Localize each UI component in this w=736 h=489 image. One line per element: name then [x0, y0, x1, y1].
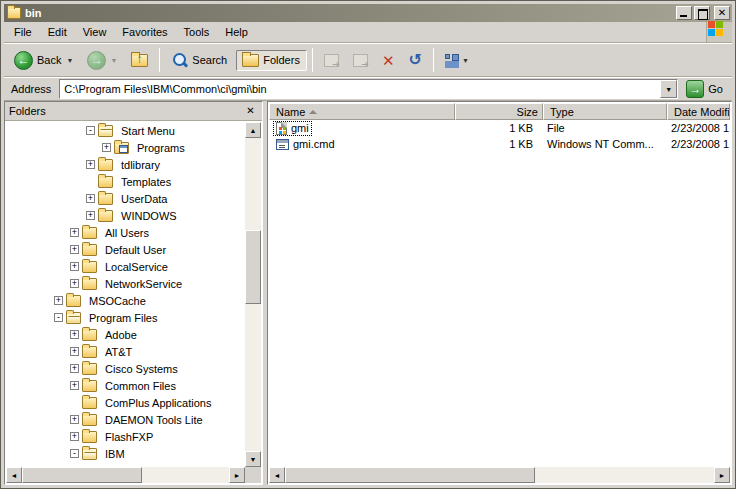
- expand-icon[interactable]: +: [86, 211, 95, 220]
- scroll-right-icon[interactable]: ►: [229, 467, 245, 483]
- forward-dropdown-icon: ▼: [110, 57, 117, 64]
- expand-icon[interactable]: +: [70, 415, 79, 424]
- tree-item-label: Start Menu: [118, 124, 178, 138]
- delete-button[interactable]: ✕: [376, 49, 401, 72]
- expand-icon[interactable]: +: [70, 245, 79, 254]
- scroll-down-icon[interactable]: ▼: [245, 451, 261, 467]
- search-button[interactable]: Search: [165, 48, 234, 73]
- column-header-name[interactable]: Name: [269, 103, 455, 120]
- go-button[interactable]: → Go: [678, 80, 729, 98]
- forward-button[interactable]: → ▼: [81, 47, 123, 74]
- menu-view[interactable]: View: [75, 24, 115, 40]
- scroll-up-icon[interactable]: ▲: [245, 122, 261, 138]
- maximize-button[interactable]: [694, 6, 710, 20]
- expand-icon[interactable]: +: [70, 228, 79, 237]
- copy-to-button[interactable]: [347, 50, 374, 71]
- tree-item[interactable]: Templates: [6, 173, 245, 190]
- tree-item[interactable]: +AT&T: [6, 343, 245, 360]
- tree-item[interactable]: -Program Files: [6, 309, 245, 326]
- file-list-horizontal-scrollbar[interactable]: ◄ ►: [269, 467, 730, 483]
- menu-help[interactable]: Help: [217, 24, 256, 40]
- expand-icon[interactable]: +: [86, 194, 95, 203]
- tree-item[interactable]: +NetworkService: [6, 275, 245, 292]
- address-dropdown-icon[interactable]: ▼: [660, 80, 677, 98]
- expand-icon[interactable]: +: [70, 364, 79, 373]
- tree-item[interactable]: +LocalService: [6, 258, 245, 275]
- folder-open-icon: [82, 448, 97, 460]
- main-area: Folders ✕ -Start Menu+Programs+tdlibrary…: [4, 101, 732, 485]
- views-button[interactable]: ▼: [439, 50, 475, 71]
- scrollbar-thumb[interactable]: [285, 467, 535, 483]
- folders-label: Folders: [263, 54, 301, 66]
- menu-favorites[interactable]: Favorites: [114, 24, 175, 40]
- tree-item-label: Programs: [134, 141, 188, 155]
- expand-icon[interactable]: +: [70, 381, 79, 390]
- expand-icon[interactable]: +: [54, 296, 63, 305]
- close-button[interactable]: ✕: [714, 6, 730, 20]
- scroll-left-icon[interactable]: ◄: [269, 467, 285, 483]
- expand-icon[interactable]: +: [86, 160, 95, 169]
- back-dropdown-icon[interactable]: ▼: [66, 57, 73, 64]
- collapse-icon[interactable]: -: [70, 449, 79, 458]
- column-header-type[interactable]: Type: [543, 103, 667, 120]
- tree-item[interactable]: +MSOCache: [6, 292, 245, 309]
- tree-item[interactable]: +Default User: [6, 241, 245, 258]
- tree-item[interactable]: ComPlus Applications: [6, 394, 245, 411]
- tree-item[interactable]: +DAEMON Tools Lite: [6, 411, 245, 428]
- tree-item[interactable]: +Common Files: [6, 377, 245, 394]
- tree-item-label: tdlibrary: [118, 158, 163, 172]
- column-header-date[interactable]: Date Modified: [667, 103, 730, 120]
- expand-icon[interactable]: +: [102, 143, 111, 152]
- expand-icon[interactable]: +: [70, 262, 79, 271]
- file-generic-icon: [276, 122, 287, 135]
- tree-vertical-scrollbar[interactable]: ▲ ▼: [245, 122, 261, 467]
- file-row[interactable]: gmi1 KBFile2/23/2008 1: [269, 120, 730, 136]
- collapse-icon[interactable]: -: [54, 313, 63, 322]
- folder-open-icon: [98, 125, 113, 137]
- expand-icon[interactable]: +: [70, 279, 79, 288]
- expand-icon[interactable]: +: [70, 347, 79, 356]
- collapse-icon[interactable]: -: [86, 126, 95, 135]
- scroll-right-icon[interactable]: ►: [714, 467, 730, 483]
- column-header-size[interactable]: Size: [455, 103, 543, 120]
- tree-item[interactable]: +All Users: [6, 224, 245, 241]
- up-button[interactable]: [125, 50, 154, 71]
- folders-button[interactable]: Folders: [236, 50, 307, 71]
- tree-item[interactable]: -Start Menu: [6, 122, 245, 139]
- address-combo[interactable]: C:\Program Files\IBM\Common\ci\gmi\bin ▼: [59, 79, 678, 99]
- expand-icon[interactable]: +: [70, 432, 79, 441]
- scrollbar-thumb[interactable]: [22, 467, 142, 483]
- file-list-header: Name Size Type Date Modified: [269, 103, 730, 120]
- scrollbar-thumb[interactable]: [245, 230, 261, 304]
- minimize-button[interactable]: [676, 6, 692, 20]
- tree-item[interactable]: +Programs: [6, 139, 245, 156]
- views-dropdown-icon[interactable]: ▼: [462, 57, 469, 64]
- tree-item-label: NetworkService: [102, 277, 185, 291]
- folder-icon: [98, 210, 113, 222]
- expand-icon[interactable]: +: [70, 330, 79, 339]
- tree-item[interactable]: +tdlibrary: [6, 156, 245, 173]
- search-icon: [171, 52, 188, 69]
- tree-item[interactable]: +UserData: [6, 190, 245, 207]
- tree-item[interactable]: -IBM: [6, 445, 245, 462]
- tree-item[interactable]: +Cisco Systems: [6, 360, 245, 377]
- scroll-left-icon[interactable]: ◄: [6, 467, 22, 483]
- tree-item[interactable]: +Adobe: [6, 326, 245, 343]
- folders-panel-close-icon[interactable]: ✕: [243, 104, 258, 118]
- tree-item[interactable]: +FlashFXP: [6, 428, 245, 445]
- file-size: 1 KB: [455, 138, 543, 150]
- undo-button[interactable]: ↺: [402, 48, 427, 72]
- file-row[interactable]: gmi.cmd1 KBWindows NT Comm...2/23/2008 1: [269, 136, 730, 152]
- window-folder-icon: [7, 7, 21, 19]
- address-input[interactable]: C:\Program Files\IBM\Common\ci\gmi\bin: [60, 80, 660, 98]
- tree-horizontal-scrollbar[interactable]: ◄ ►: [6, 467, 245, 483]
- up-folder-icon: [131, 54, 148, 67]
- tree-item-label: WINDOWS: [118, 209, 180, 223]
- menu-file[interactable]: File: [6, 24, 40, 40]
- menu-tools[interactable]: Tools: [176, 24, 218, 40]
- back-button[interactable]: ← Back ▼: [8, 47, 79, 74]
- move-to-button[interactable]: [318, 50, 345, 71]
- go-arrow-icon: →: [686, 80, 704, 98]
- tree-item[interactable]: +WINDOWS: [6, 207, 245, 224]
- menu-edit[interactable]: Edit: [40, 24, 75, 40]
